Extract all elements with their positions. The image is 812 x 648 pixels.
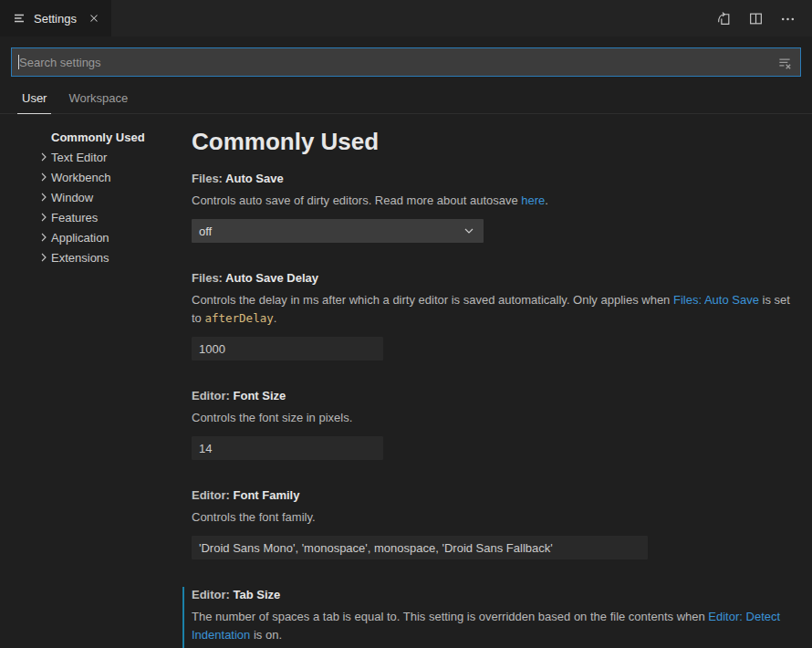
- select-value: off: [199, 225, 212, 238]
- setting-description: Controls the font size in pixels.: [192, 409, 801, 427]
- chevron-right-icon: [36, 150, 51, 164]
- page-title: Commonly Used: [192, 127, 801, 156]
- setting-control: [192, 337, 801, 361]
- close-icon[interactable]: [86, 10, 102, 26]
- toc-item-label: Application: [51, 231, 109, 245]
- setting-row-files-auto-save-delay: Files: Auto Save DelayControls the delay…: [182, 270, 801, 361]
- toc-item-commonly-used[interactable]: Commonly Used: [36, 127, 182, 147]
- search-box: [11, 47, 801, 77]
- setting-row-editor-font-family: Editor: Font FamilyControls the font fam…: [182, 487, 801, 559]
- description-text: Controls auto save of dirty editors. Rea…: [192, 193, 521, 207]
- toc-item-label: Text Editor: [51, 151, 107, 164]
- setting-category: Editor:: [192, 588, 234, 601]
- code-span: afterDelay: [204, 311, 273, 325]
- description-text: Controls the delay in ms after which a d…: [192, 293, 673, 307]
- toc-item-label: Workbench: [51, 171, 111, 184]
- split-editor-icon[interactable]: [748, 11, 764, 26]
- description-text: .: [545, 193, 548, 207]
- setting-category: Files:: [192, 271, 225, 285]
- scope-tab-workspace[interactable]: Workspace: [64, 85, 132, 114]
- description-text: Controls the font size in pixels.: [192, 411, 352, 424]
- settings-list-icon: [12, 11, 26, 26]
- setting-category: Editor:: [192, 488, 234, 502]
- more-actions-icon[interactable]: [780, 11, 796, 26]
- setting-title: Editor: Font Size: [192, 388, 801, 404]
- setting-name: Font Size: [234, 389, 286, 402]
- chevron-right-icon: [36, 190, 51, 204]
- settings-body: Commonly UsedText EditorWorkbenchWindowF…: [0, 114, 812, 647]
- chevron-right-icon: [36, 230, 51, 245]
- vscode-settings-window: Settings: [0, 0, 812, 647]
- setting-row-editor-font-size: Editor: Font SizeControls the font size …: [182, 388, 801, 460]
- search-row: [0, 37, 812, 77]
- toc-item-features[interactable]: Features: [36, 207, 182, 227]
- setting-title: Editor: Font Family: [192, 487, 801, 504]
- description-text: The number of spaces a tab is equal to. …: [192, 610, 708, 623]
- tab-settings[interactable]: Settings: [0, 0, 111, 37]
- toc-item-label: Features: [51, 211, 98, 225]
- filter-icon[interactable]: [776, 55, 793, 71]
- settings-toc: Commonly UsedText EditorWorkbenchWindowF…: [0, 127, 182, 647]
- editor-actions: [716, 0, 812, 37]
- open-settings-json-icon[interactable]: [716, 11, 732, 26]
- settings-list: Files: Auto SaveControls auto save of di…: [182, 171, 801, 648]
- tab-title: Settings: [34, 12, 77, 26]
- toc-item-workbench[interactable]: Workbench: [36, 167, 182, 187]
- editor-tab-bar: Settings: [0, 0, 812, 37]
- chevron-down-icon: [462, 224, 476, 238]
- setting-link-here[interactable]: here: [521, 193, 545, 207]
- setting-name: Auto Save: [225, 172, 284, 185]
- setting-description: The number of spaces a tab is equal to. …: [192, 608, 801, 644]
- setting-description: Controls the delay in ms after which a d…: [192, 291, 801, 328]
- setting-category: Files:: [192, 172, 225, 185]
- toc-item-window[interactable]: Window: [36, 187, 182, 207]
- setting-name: Tab Size: [234, 588, 281, 601]
- toc-item-label: Window: [51, 191, 93, 204]
- toc-item-text-editor[interactable]: Text Editor: [36, 147, 182, 167]
- setting-link-files-auto-save[interactable]: Files: Auto Save: [673, 293, 759, 307]
- description-text: .: [274, 311, 277, 325]
- setting-name: Auto Save Delay: [225, 271, 318, 285]
- description-text: is on.: [250, 628, 282, 642]
- chevron-right-icon: [36, 210, 51, 225]
- input-font-size[interactable]: [192, 436, 383, 460]
- toc-item-application[interactable]: Application: [36, 227, 182, 247]
- setting-title: Files: Auto Save: [192, 171, 801, 187]
- settings-scope-tabs: UserWorkspace: [0, 84, 812, 114]
- input-auto-save-delay[interactable]: [192, 337, 383, 361]
- chevron-right-icon: [36, 250, 51, 265]
- setting-row-editor-tab-size: Editor: Tab SizeThe number of spaces a t…: [182, 587, 801, 648]
- text-cursor: [18, 55, 19, 69]
- scope-tab-user[interactable]: User: [17, 85, 51, 114]
- setting-row-files-auto-save: Files: Auto SaveControls auto save of di…: [182, 171, 801, 243]
- setting-name: Font Family: [234, 488, 300, 502]
- chevron-right-icon: [36, 170, 51, 184]
- setting-title: Editor: Tab Size: [192, 587, 801, 603]
- toc-item-label: Extensions: [51, 251, 109, 265]
- setting-control: [192, 536, 801, 559]
- setting-description: Controls auto save of dirty editors. Rea…: [192, 192, 801, 210]
- search-settings-input[interactable]: [12, 48, 800, 76]
- setting-control: [192, 436, 801, 460]
- description-text: Controls the font family.: [192, 510, 316, 524]
- toc-item-extensions[interactable]: Extensions: [36, 247, 182, 267]
- select-auto-save[interactable]: off: [192, 219, 484, 243]
- setting-category: Editor:: [192, 389, 234, 402]
- setting-description: Controls the font family.: [192, 508, 801, 527]
- setting-title: Files: Auto Save Delay: [192, 270, 801, 287]
- toc-item-label: Commonly Used: [51, 131, 145, 144]
- input-font-family[interactable]: [192, 536, 648, 559]
- setting-control: off: [192, 219, 801, 243]
- settings-main: Commonly Used Files: Auto SaveControls a…: [182, 127, 812, 647]
